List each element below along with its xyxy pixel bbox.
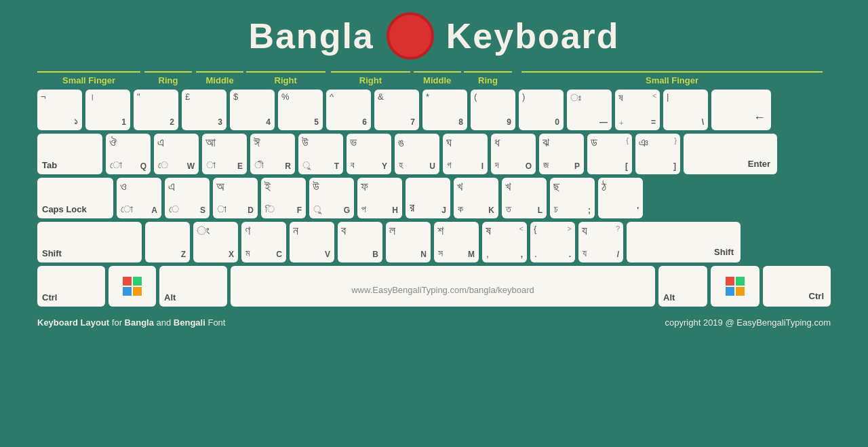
key-c-bn: ণ bbox=[245, 225, 283, 237]
key-o[interactable]: ধ দ O bbox=[491, 134, 536, 174]
key-minus-top: ঃ bbox=[570, 92, 608, 102]
key-backtick[interactable]: ¬ ১ bbox=[37, 90, 82, 130]
key-backspace[interactable]: ← bbox=[711, 90, 771, 130]
key-5[interactable]: % 5 bbox=[278, 90, 323, 130]
key-enter[interactable]: Enter bbox=[684, 134, 777, 174]
key-win-right[interactable] bbox=[711, 266, 760, 307]
key-period[interactable]: { > . . bbox=[530, 222, 575, 263]
key-4[interactable]: $ 4 bbox=[230, 90, 275, 130]
key-s[interactable]: এ ে S bbox=[165, 178, 210, 218]
ctrl-right-label: Ctrl bbox=[809, 291, 824, 301]
key-p[interactable]: ঝ জ P bbox=[539, 134, 584, 174]
key-pipe-bottom: \ bbox=[702, 117, 704, 127]
key-l[interactable]: খ ত L bbox=[502, 178, 547, 218]
key-shift-left[interactable]: Shift bbox=[37, 222, 142, 263]
key-5-top: % bbox=[281, 92, 319, 101]
key-x[interactable]: ং X bbox=[193, 222, 238, 263]
key-t[interactable]: উ ু T bbox=[298, 134, 343, 174]
key-b[interactable]: ব B bbox=[338, 222, 382, 263]
key-slash[interactable]: য ? য / bbox=[578, 222, 623, 263]
key-0-bottom: 0 bbox=[555, 117, 559, 127]
key-0-top: ) bbox=[522, 92, 560, 101]
key-minus-bottom: — bbox=[599, 117, 608, 127]
key-semi-bn: ছ bbox=[553, 180, 591, 193]
key-0[interactable]: ) 0 bbox=[519, 90, 564, 130]
key-k-bn: খ bbox=[457, 180, 495, 193]
key-e[interactable]: আ া E bbox=[202, 134, 247, 174]
key-t-bn: উ bbox=[302, 136, 340, 149]
key-y-bn: ভ bbox=[350, 136, 388, 149]
key-6-bottom: 6 bbox=[362, 117, 367, 127]
key-ctrl-left[interactable]: Ctrl bbox=[37, 266, 105, 307]
footer: Keyboard Layout for Bangla and Bengali F… bbox=[0, 311, 868, 328]
key-rbracket-bn: ঞ bbox=[639, 136, 677, 149]
key-7[interactable]: & 7 bbox=[374, 90, 419, 130]
key-w[interactable]: এ ে W bbox=[154, 134, 199, 174]
key-s-bn: এ bbox=[168, 180, 206, 193]
key-n[interactable]: ল N bbox=[386, 222, 431, 263]
key-d-latin: D bbox=[248, 206, 254, 215]
key-p-latin: P bbox=[574, 161, 580, 171]
key-8[interactable]: * 8 bbox=[422, 90, 467, 130]
key-2[interactable]: " 2 bbox=[134, 90, 178, 130]
key-r-latin: R bbox=[285, 161, 291, 171]
key-semicolon[interactable]: ছ চ ; bbox=[550, 178, 595, 218]
key-capslock[interactable]: Caps Lock bbox=[37, 178, 113, 218]
key-alt-left[interactable]: Alt bbox=[159, 266, 227, 307]
alt-left-label: Alt bbox=[164, 292, 176, 303]
key-f[interactable]: ই ি F bbox=[261, 178, 306, 218]
key-g-latin: G bbox=[344, 206, 350, 215]
key-8-top: * bbox=[426, 92, 464, 101]
number-row: ¬ ১ । 1 " 2 £ 3 $ 4 % 5 ^ 6 bbox=[37, 90, 831, 130]
key-k[interactable]: খ ক K bbox=[454, 178, 498, 218]
key-ctrl-right[interactable]: Ctrl bbox=[763, 266, 831, 307]
key-d[interactable]: অ া D bbox=[213, 178, 258, 218]
key-rbracket[interactable]: ঞ } ] bbox=[635, 134, 680, 174]
key-backslash-left[interactable]: | \ bbox=[663, 90, 708, 130]
key-lbracket[interactable]: ড { [ bbox=[587, 134, 632, 174]
finger-label-middle-left: Middle bbox=[196, 71, 243, 85]
key-j[interactable]: র J bbox=[406, 178, 450, 218]
key-shift-right[interactable]: Shift bbox=[627, 222, 741, 263]
key-space[interactable]: www.EasyBengaliTyping.com/bangla/keyboar… bbox=[231, 266, 655, 307]
key-semi-bottom: ; bbox=[588, 206, 591, 215]
key-c[interactable]: ণ ম C bbox=[241, 222, 286, 263]
key-r[interactable]: ঈ ী R bbox=[250, 134, 295, 174]
key-1[interactable]: । 1 bbox=[85, 90, 130, 130]
key-backtick-top: ¬ bbox=[41, 92, 79, 101]
key-q-bn: ঔ bbox=[109, 136, 147, 149]
key-minus[interactable]: ঃ — bbox=[567, 90, 612, 130]
key-i[interactable]: ঘ গ I bbox=[443, 134, 488, 174]
key-a[interactable]: ও ো A bbox=[117, 178, 161, 218]
key-9[interactable]: ( 9 bbox=[471, 90, 515, 130]
key-period-bottom: . bbox=[569, 250, 571, 259]
key-equals[interactable]: ষ < = + bbox=[615, 90, 660, 130]
key-g-bn: উ bbox=[313, 180, 351, 193]
key-3[interactable]: £ 3 bbox=[182, 90, 226, 130]
key-1-top: । bbox=[89, 92, 127, 101]
key-6[interactable]: ^ 6 bbox=[326, 90, 371, 130]
key-3-top: £ bbox=[185, 92, 223, 101]
finger-label-middle-right: Middle bbox=[414, 71, 461, 85]
header: Bangla Keyboard bbox=[0, 0, 868, 66]
key-h[interactable]: ফ প H bbox=[357, 178, 402, 218]
key-m[interactable]: শ স M bbox=[434, 222, 479, 263]
key-quote[interactable]: ঠ ' bbox=[598, 178, 643, 218]
key-4-top: $ bbox=[233, 92, 271, 101]
key-z[interactable]: Z bbox=[145, 222, 190, 263]
key-tab[interactable]: Tab bbox=[37, 134, 102, 174]
key-a-latin: A bbox=[151, 206, 157, 215]
key-alt-right[interactable]: Alt bbox=[658, 266, 707, 307]
key-4-bottom: 4 bbox=[266, 117, 271, 127]
key-v-bn: ন bbox=[293, 225, 331, 237]
key-q[interactable]: ঔ ো Q bbox=[106, 134, 151, 174]
title-left: Bangla bbox=[248, 16, 374, 56]
key-comma[interactable]: ষ < , , bbox=[482, 222, 527, 263]
key-equals-tr: < bbox=[652, 93, 656, 100]
key-win-left[interactable] bbox=[108, 266, 156, 307]
key-v[interactable]: ন V bbox=[290, 222, 334, 263]
key-g[interactable]: উ ু G bbox=[309, 178, 354, 218]
key-u[interactable]: ঙ হ U bbox=[395, 134, 439, 174]
key-y[interactable]: ভ ব Y bbox=[347, 134, 391, 174]
key-slash-tr: ? bbox=[616, 225, 620, 233]
